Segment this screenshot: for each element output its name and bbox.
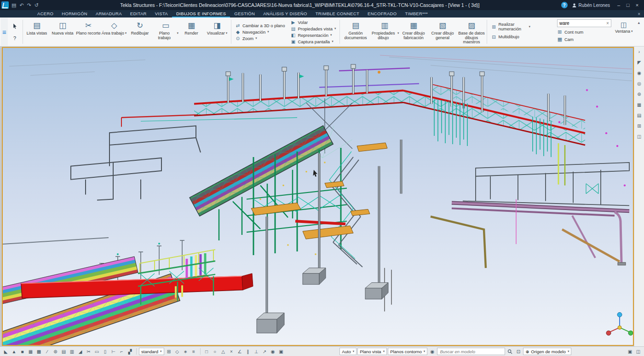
ribbon-menu-item[interactable]: ◆ Navegación ▾ xyxy=(232,29,288,35)
ribbon-button[interactable]: ▧ Crear dibujo general xyxy=(428,18,457,46)
settings-icon[interactable]: ⊛ xyxy=(636,90,643,98)
dropdown-caret-icon[interactable]: ▾ xyxy=(332,40,334,43)
visibility-icon[interactable]: ◉ xyxy=(428,348,436,356)
ribbon-menu-item[interactable]: ⊟ Multidibujo xyxy=(488,32,533,42)
selection-switch-icon[interactable]: ⌐ xyxy=(118,348,126,356)
snap-switch-icon[interactable]: × xyxy=(228,348,236,356)
ribbon-close-icon[interactable]: × xyxy=(634,10,644,18)
snap-profile-select[interactable]: standard ▾ xyxy=(139,348,164,355)
selection-switch-icon[interactable]: ▥ xyxy=(68,348,76,356)
dropdown-caret-icon[interactable]: ▾ xyxy=(226,31,228,35)
save-icon[interactable]: ▤ xyxy=(12,2,16,8)
ribbon-tab[interactable]: TIMBER*** xyxy=(401,10,432,18)
main-menu-button[interactable]: ≡ xyxy=(1,18,8,46)
collapse-ribbon-icon[interactable]: ▴ xyxy=(636,19,641,26)
dropdown-caret-icon[interactable]: ▾ xyxy=(330,33,332,37)
model-search-input[interactable] xyxy=(437,348,505,355)
ribbon-menu-item[interactable]: ⇄ Cambiar a 3D o plano xyxy=(232,22,288,29)
clear-search-icon[interactable]: × xyxy=(604,21,611,26)
snap-switch-icon[interactable]: ≡ xyxy=(190,348,198,356)
search-icon[interactable] xyxy=(506,349,513,354)
maximize-icon[interactable]: □ xyxy=(623,2,632,8)
selection-switch-icon[interactable]: ◢ xyxy=(76,348,84,356)
selection-switch-icon[interactable]: ▤ xyxy=(60,348,68,356)
undo-icon[interactable]: ↶ xyxy=(19,2,23,8)
selection-switch-icon[interactable]: ▦ xyxy=(27,348,34,356)
ribbon-button[interactable]: ▥ Propiedades dibujo ▾ xyxy=(370,18,399,46)
statusbar-tool-icon[interactable]: ▣ xyxy=(626,348,634,356)
redo-icon[interactable]: ↷ xyxy=(27,2,31,8)
select-arrow-icon[interactable]: ◤ xyxy=(636,58,643,66)
selection-switch-icon[interactable]: ✂ xyxy=(85,348,92,356)
statusbar-tool-icon[interactable]: ◫ xyxy=(634,348,642,356)
snap-switch-icon[interactable]: ◇ xyxy=(173,348,181,356)
window-layout-button[interactable]: ◫ Ventana ▾ xyxy=(615,19,633,34)
ribbon-button[interactable]: ▤ Gestión documentos xyxy=(341,18,370,46)
ribbon-tab[interactable]: ENCOFRADO xyxy=(363,10,401,18)
select-cursor-icon[interactable] xyxy=(12,23,18,29)
selection-switch-icon[interactable]: ▩ xyxy=(35,348,43,356)
eye-icon[interactable]: ◎ xyxy=(636,80,643,87)
ribbon-button[interactable]: ▭ Plano trabajo ▾ xyxy=(153,18,178,46)
collapse-panel-icon[interactable]: › xyxy=(636,48,643,55)
dropdown-caret-icon[interactable]: ▾ xyxy=(334,27,336,30)
ribbon-tab[interactable]: ANÁLISIS Y DISEÑO xyxy=(259,10,311,18)
3d-viewport[interactable] xyxy=(2,47,634,346)
auto-select[interactable]: Auto ▾ xyxy=(339,348,356,355)
snap-switch-icon[interactable]: ▣ xyxy=(277,348,285,356)
ribbon-tab[interactable]: ARMADURA xyxy=(92,10,126,18)
ribbon-tab[interactable]: ACERO xyxy=(33,10,58,18)
ribbon-menu-item[interactable]: ◧ Representación ▾ xyxy=(288,32,339,38)
snap-switch-icon[interactable]: ○ xyxy=(211,348,219,356)
ribbon-menu-item[interactable]: ▣ Captura pantalla ▾ xyxy=(288,38,339,45)
snap-switch-icon[interactable]: ⊥ xyxy=(253,348,260,356)
ribbon-button[interactable]: ↻ Redibujar xyxy=(127,18,153,46)
ribbon-button[interactable]: ✂ Plano recorte xyxy=(75,18,101,46)
outline-planes-select[interactable]: Planos contorno ▾ xyxy=(388,348,427,355)
snap-switch-icon[interactable]: ∥ xyxy=(244,348,252,356)
selection-switch-icon[interactable]: ■ xyxy=(18,348,26,356)
snap-switch-icon[interactable]: □ xyxy=(203,348,211,356)
ribbon-mini-button[interactable]: ⊞ Cont num xyxy=(557,29,611,35)
snap-switch-icon[interactable]: ∗ xyxy=(182,348,190,356)
ribbon-button[interactable]: ◇ Área trabajo ▾ xyxy=(101,18,127,46)
components-icon[interactable]: ▦ xyxy=(636,101,643,108)
snap-switch-icon[interactable]: ↗ xyxy=(261,348,269,356)
user-account[interactable]: Rubén Lerones xyxy=(572,3,610,8)
ribbon-tab[interactable]: VISTA xyxy=(151,10,172,18)
snap-switch-icon[interactable]: ∠ xyxy=(236,348,244,356)
ribbon-button[interactable]: ▦ Render xyxy=(178,18,204,46)
selection-switch-icon[interactable]: ▯ xyxy=(101,348,109,356)
snap-switch-icon[interactable]: ⊞ xyxy=(165,348,173,356)
selection-switch-icon[interactable]: ▲ xyxy=(10,348,18,356)
snap-switch-icon[interactable]: ◉ xyxy=(269,348,277,356)
selection-switch-icon[interactable]: ◣ xyxy=(2,348,10,356)
ribbon-tab[interactable]: DIBUJOS E INFORMES xyxy=(172,10,230,18)
dropdown-caret-icon[interactable]: ▾ xyxy=(631,29,633,33)
selection-switch-icon[interactable]: ▭ xyxy=(93,348,101,356)
ribbon-menu-item[interactable]: ▤ Propiedades vista ▾ xyxy=(288,25,339,32)
view-plane-select[interactable]: Plano vista ▾ xyxy=(357,348,387,355)
help-icon[interactable]: ? xyxy=(561,2,568,8)
history-icon[interactable]: ↺ xyxy=(34,2,39,8)
quick-help-button[interactable]: ? xyxy=(13,35,16,41)
dropdown-caret-icon[interactable]: ▾ xyxy=(529,25,530,29)
layers-icon[interactable]: ▤ xyxy=(636,111,643,119)
camera-icon[interactable]: ◉ xyxy=(636,69,643,76)
dropdown-caret-icon[interactable]: ▾ xyxy=(125,31,127,35)
model-origin-select[interactable]: ⊕ Origen de modelo ▾ xyxy=(523,348,571,355)
selection-switch-icon[interactable]: ⊢ xyxy=(109,348,117,356)
ribbon-menu-item[interactable]: ⊙ Zoom ▾ xyxy=(232,35,288,41)
dropdown-caret-icon[interactable]: ▾ xyxy=(255,36,257,40)
model-views-icon[interactable]: ◫ xyxy=(636,133,643,140)
ribbon-button[interactable]: ▨ Base de datos dibujos maestros xyxy=(457,18,486,46)
grid-icon[interactable]: ⊞ xyxy=(636,122,643,129)
ribbon-tab[interactable]: TRIMBLE CONNECT xyxy=(311,10,363,18)
ribbon-tab[interactable]: EDITAR xyxy=(126,10,151,18)
ribbon-mini-button[interactable]: ▦ Cam xyxy=(557,36,611,42)
snap-switch-icon[interactable]: △ xyxy=(219,348,227,356)
zoom-select-icon[interactable]: ⊡ xyxy=(514,348,522,356)
minimize-icon[interactable]: – xyxy=(614,2,623,8)
ribbon-tab[interactable]: HORMIGÓN xyxy=(58,10,92,18)
ribbon-tab[interactable]: GESTIÓN xyxy=(230,10,259,18)
